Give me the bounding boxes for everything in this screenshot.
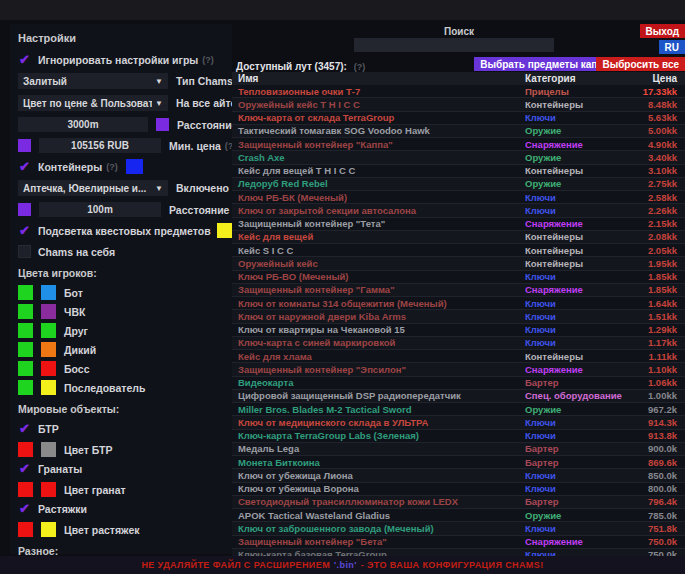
table-row[interactable]: Ключ от наружной двери Kiba Arms Ключи 1…	[232, 310, 685, 323]
table-row[interactable]: Ключ от убежища Лиона Ключи 850.0k	[232, 469, 685, 482]
min-price-row: 105156 RUB Мин. цена (?)	[18, 138, 224, 153]
table-row[interactable]: Защищенный контейнер "Бета" Снаряжение 7…	[232, 536, 685, 549]
table-row[interactable]: Кейс для вещей Контейнеры 2.08kk	[232, 231, 685, 244]
checkbox-checked-icon[interactable]: ✔	[18, 422, 31, 435]
btr-row: ✔ БТР	[18, 421, 224, 436]
table-row[interactable]: Защищенный контейнер "Эпсилон" Снаряжени…	[232, 363, 685, 376]
table-row[interactable]: Цифровой защищенный DSP радиопередатчик …	[232, 390, 685, 403]
table-row[interactable]: Ледоруб Red Rebel Оружие 2.75kk	[232, 178, 685, 191]
table-row[interactable]: Ключ РБ-БК (Меченый) Ключи 2.58kk	[232, 191, 685, 204]
color-swatch[interactable]	[18, 342, 33, 357]
table-row[interactable]: Crash Axe Оружие 3.40kk	[232, 151, 685, 164]
checkbox-checked-icon[interactable]: ✔	[18, 462, 31, 475]
table-row[interactable]: Ключ РБ-ВО (Меченый) Ключи 1.85kk	[232, 271, 685, 284]
table-row[interactable]: Кейс для вещей T H I C C Контейнеры 3.10…	[232, 165, 685, 178]
help-icon[interactable]: (?)	[354, 62, 366, 72]
table-row[interactable]: Ключ-карта от склада TerraGroup Ключи 5.…	[232, 112, 685, 125]
table-row[interactable]: Тактический томагавк SOG Voodoo Hawk Ору…	[232, 125, 685, 138]
search-input[interactable]	[354, 38, 554, 52]
color-swatch[interactable]	[41, 522, 56, 537]
loot-filter-row: Аптечка, Ювелирные и... ▼ Включено	[18, 180, 224, 196]
item-name: Ключ РБ-БК (Меченый)	[232, 192, 525, 203]
loot-distance-color-swatch[interactable]	[18, 203, 31, 216]
header-price[interactable]: Цена	[623, 73, 685, 84]
color-swatch[interactable]	[41, 285, 56, 300]
table-row[interactable]: Защищенный контейнер "Гамма" Снаряжение …	[232, 284, 685, 297]
table-row[interactable]: Кейс для хлама Контейнеры 1.11kk	[232, 350, 685, 363]
table-row[interactable]: Ключ от комнаты 314 общежития (Меченый) …	[232, 297, 685, 310]
self-chams-row: Chams на себя	[18, 244, 224, 259]
checkbox-checked-icon[interactable]: ✔	[18, 224, 31, 237]
item-name: Ключ-карта от склада TerraGroup	[232, 112, 525, 123]
language-button[interactable]: RU	[659, 40, 685, 54]
table-row[interactable]: Кейс S I C C Контейнеры 2.05kk	[232, 244, 685, 257]
settings-panel: Настройки ✔ Игнорировать настройки игры …	[10, 24, 232, 554]
checkbox-unchecked-icon[interactable]	[18, 245, 31, 258]
color-swatch[interactable]	[18, 361, 33, 376]
table-row[interactable]: Ключ от убежища Ворона Ключи 800.0k	[232, 483, 685, 496]
color-swatch[interactable]	[18, 380, 33, 395]
table-row[interactable]: Защищенный контейнер "Тета" Снаряжение 2…	[232, 218, 685, 231]
table-row[interactable]: APOK Tactical Wasteland Gladius Оружие 7…	[232, 509, 685, 522]
table-row[interactable]: Монета Биткоина Бартер 869.6k	[232, 456, 685, 469]
table-row[interactable]: Тепловизионные очки Т-7 Прицелы 17.33kk	[232, 85, 685, 98]
color-swatch[interactable]	[18, 323, 33, 338]
player-color-label: Босс	[64, 363, 90, 375]
table-row[interactable]: Ключ-карта базовая TerraGroup Ключи 750.…	[232, 549, 685, 556]
table-row[interactable]: Ключ от заброшенного завода (Меченый) Кл…	[232, 522, 685, 535]
item-name: Ледоруб Red Rebel	[232, 178, 525, 189]
color-swatch[interactable]	[41, 380, 56, 395]
color-swatch[interactable]	[41, 482, 56, 497]
table-row[interactable]: Ключ-карта с синей маркировкой Ключи 1.1…	[232, 337, 685, 350]
item-price: 1.00kk	[623, 390, 685, 401]
loot-filter-dropdown[interactable]: Аптечка, Ювелирные и... ▼	[18, 180, 168, 196]
select-kappa-items-button[interactable]: Выбрать предметы каппа	[474, 57, 615, 71]
checkbox-checked-icon[interactable]: ✔	[18, 502, 31, 515]
table-row[interactable]: Ключ от закрытой секции автосалона Ключи…	[232, 204, 685, 217]
help-icon[interactable]: (?)	[202, 55, 214, 65]
checkbox-checked-icon[interactable]: ✔	[18, 160, 31, 173]
exit-button[interactable]: Выход	[640, 24, 685, 38]
table-row[interactable]: Светодиодный трансиллюминатор кожи LEDX …	[232, 496, 685, 509]
distance-color-swatch[interactable]	[156, 118, 169, 131]
min-price-color-swatch[interactable]	[18, 139, 31, 152]
table-row[interactable]: Ключ от медицинского склада в УЛЬТРА Клю…	[232, 416, 685, 429]
color-mode-dropdown[interactable]: Цвет по цене & Пользователь ▼	[18, 95, 168, 111]
item-price: 869.6k	[623, 457, 685, 468]
table-row[interactable]: Ключ от квартиры на Чекановой 15 Ключи 1…	[232, 324, 685, 337]
player-color-row: Последователь	[18, 380, 224, 395]
table-row[interactable]: Защищенный контейнер "Каппа" Снаряжение …	[232, 138, 685, 151]
help-icon[interactable]: (?)	[106, 162, 118, 172]
table-row[interactable]: Miller Bros. Blades M-2 Tactical Sword О…	[232, 403, 685, 416]
distance-input[interactable]: 3000m	[18, 117, 148, 132]
color-swatch[interactable]	[18, 442, 33, 457]
drop-all-button[interactable]: Выбросить все	[596, 57, 685, 71]
color-swatch[interactable]	[41, 361, 56, 376]
table-row[interactable]: Оружейный кейс T H I C C Контейнеры 8.48…	[232, 98, 685, 111]
header-name[interactable]: Имя	[232, 73, 525, 84]
chams-type-dropdown[interactable]: Залитый ▼	[18, 73, 168, 89]
player-color-row: ЧВК	[18, 304, 224, 319]
table-row[interactable]: Оружейный кейс Контейнеры 1.95kk	[232, 257, 685, 270]
color-swatch[interactable]	[18, 482, 33, 497]
loot-distance-input[interactable]: 100m	[39, 202, 161, 217]
player-color-row: Дикий	[18, 342, 224, 357]
player-color-label: Друг	[64, 325, 88, 337]
color-swatch[interactable]	[18, 522, 33, 537]
chams-type-value: Залитый	[23, 76, 152, 87]
color-swatch[interactable]	[41, 442, 56, 457]
header-category[interactable]: Категория	[525, 73, 623, 84]
table-row[interactable]: Видеокарта Бартер 1.06kk	[232, 377, 685, 390]
color-swatch[interactable]	[41, 304, 56, 319]
color-swatch[interactable]	[41, 342, 56, 357]
checkbox-checked-icon[interactable]: ✔	[18, 53, 31, 66]
table-row[interactable]: Медаль Lega Бартер 900.0k	[232, 443, 685, 456]
table-row[interactable]: Ключ-карта TerraGroup Labs (Зеленая) Клю…	[232, 430, 685, 443]
min-price-input[interactable]: 105156 RUB	[39, 138, 161, 153]
chams-type-row: Залитый ▼ Тип Chams (?)	[18, 73, 224, 89]
color-swatch[interactable]	[18, 304, 33, 319]
color-swatch[interactable]	[18, 285, 33, 300]
containers-color-swatch[interactable]	[126, 159, 143, 174]
color-swatch[interactable]	[41, 323, 56, 338]
table-header: Имя Категория Цена	[232, 72, 685, 85]
